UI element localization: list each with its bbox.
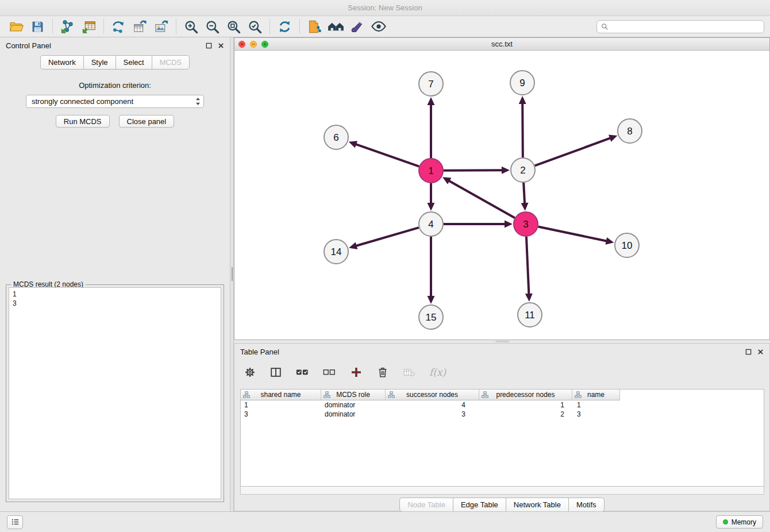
task-history-button[interactable] [7, 515, 23, 529]
table-cell[interactable]: dominator [321, 400, 386, 410]
criterion-dropdown[interactable]: strongly connected component [26, 95, 204, 108]
graph-node-4[interactable]: 4 [419, 212, 443, 236]
column-header-shared-name[interactable]: shared name [241, 390, 321, 400]
tab-motifs[interactable]: Motifs [569, 498, 605, 512]
delete-table-button[interactable] [402, 366, 416, 379]
table-row[interactable]: 1dominator411 [241, 400, 764, 410]
export-image-button[interactable] [151, 17, 172, 36]
node-label: 2 [520, 165, 525, 176]
import-table-button[interactable] [78, 17, 99, 36]
memory-button[interactable]: Memory [716, 515, 763, 529]
deselect-all-button[interactable] [322, 366, 336, 379]
table-cell[interactable]: 1 [241, 400, 321, 410]
add-row-button[interactable] [349, 365, 363, 379]
graph-node-9[interactable]: 9 [510, 71, 534, 95]
graph-node-7[interactable]: 7 [419, 72, 443, 96]
tab-network-table[interactable]: Network Table [506, 498, 569, 512]
zoom-fit-button[interactable] [223, 17, 244, 36]
table-horizontal-scrollbar[interactable] [240, 487, 764, 495]
table-cell[interactable]: 3 [386, 410, 479, 419]
open-session-button[interactable] [6, 17, 27, 36]
table-cell[interactable]: 4 [386, 400, 479, 410]
graph-node-3[interactable]: 3 [514, 212, 538, 236]
tab-mcds[interactable]: MCDS [152, 55, 190, 70]
graph-node-8[interactable]: 8 [618, 119, 642, 143]
close-window-button[interactable] [238, 41, 245, 48]
graph-node-15[interactable]: 15 [419, 305, 443, 329]
table-cell[interactable]: 3 [241, 410, 321, 419]
network-canvas[interactable]: 7968124314101511 [234, 51, 769, 340]
graphics-details-button[interactable] [325, 17, 346, 36]
network-graph[interactable]: 7968124314101511 [234, 51, 769, 340]
graph-edge-1-2[interactable] [444, 170, 503, 171]
select-all-button[interactable] [295, 366, 309, 379]
search-field[interactable] [596, 20, 764, 33]
graph-edge-2-3[interactable] [523, 183, 525, 205]
graph-node-10[interactable]: 10 [615, 233, 639, 257]
table-row[interactable]: 3dominator323 [241, 410, 764, 419]
graph-edge-1-6[interactable] [355, 144, 419, 166]
close-panel-icon-button[interactable] [218, 43, 224, 49]
column-header-predecessor-nodes[interactable]: predecessor nodes [479, 390, 572, 400]
column-layout-button[interactable] [270, 366, 282, 379]
splitter-handle[interactable] [495, 341, 509, 342]
graph-node-1[interactable]: 1 [419, 159, 443, 183]
tab-style[interactable]: Style [84, 55, 116, 70]
graph-node-6[interactable]: 6 [324, 125, 348, 149]
graph-edge-2-8[interactable] [535, 138, 611, 166]
export-table-button[interactable] [129, 17, 151, 36]
floppy-disk-icon [30, 20, 45, 34]
table-settings-button[interactable] [244, 366, 256, 379]
tab-network[interactable]: Network [40, 55, 84, 70]
table-cell[interactable]: dominator [321, 410, 386, 419]
graph-node-2[interactable]: 2 [511, 158, 535, 182]
graph-node-11[interactable]: 11 [518, 303, 542, 327]
new-network-button[interactable] [108, 17, 129, 36]
column-header-mcds-role[interactable]: MCDS role [321, 390, 386, 400]
graph-edge-2-9[interactable] [522, 102, 523, 157]
float-panel-button[interactable] [206, 43, 212, 49]
import-network-button[interactable] [57, 17, 78, 36]
zoom-in-button[interactable] [180, 17, 202, 36]
node-label: 1 [428, 165, 433, 176]
refresh-button[interactable] [274, 17, 295, 36]
delete-row-button[interactable] [376, 366, 389, 379]
table-cell[interactable]: 1 [572, 400, 620, 410]
function-builder-button[interactable]: f(x) [429, 367, 446, 378]
first-neighbors-button[interactable] [304, 17, 325, 36]
style-brush-button[interactable] [346, 17, 368, 36]
graph-edge-3-1[interactable] [448, 180, 515, 218]
show-hide-button[interactable] [368, 17, 389, 36]
node-table[interactable]: shared nameMCDS rolesuccessor nodesprede… [240, 389, 764, 487]
float-panel-button[interactable] [745, 349, 752, 355]
tab-select[interactable]: Select [116, 55, 152, 70]
tab-node-table[interactable]: Node Table [399, 498, 453, 512]
mcds-result-list[interactable]: 13 [9, 287, 221, 499]
close-panel-icon-button[interactable] [757, 349, 764, 355]
empty-boxes-icon [322, 366, 336, 379]
panel-splitter[interactable] [230, 37, 234, 511]
zoom-selected-button[interactable] [244, 17, 265, 36]
mcds-result-box: MCDS result (2 nodes) 13 [6, 284, 224, 502]
save-session-button[interactable] [27, 17, 48, 36]
column-header-name[interactable]: name [572, 390, 620, 400]
graph-edge-4-14[interactable] [355, 228, 419, 246]
zoom-window-button[interactable] [261, 41, 268, 48]
table-cell[interactable]: 1 [479, 400, 572, 410]
close-panel-button[interactable]: Close panel [119, 115, 175, 128]
tab-edge-table[interactable]: Edge Table [453, 498, 506, 512]
splitter-handle[interactable] [232, 267, 233, 281]
window-titlebar: Session: New Session [0, 0, 770, 16]
column-header-successor-nodes[interactable]: successor nodes [386, 390, 479, 400]
search-input[interactable] [611, 22, 760, 30]
minimize-window-button[interactable] [250, 41, 257, 48]
graph-edge-3-10[interactable] [538, 227, 608, 241]
run-mcds-button[interactable]: Run MCDS [56, 115, 110, 128]
graph-edge-3-11[interactable] [526, 237, 529, 295]
zoom-selected-icon [247, 19, 263, 34]
optimization-criterion-label: Optimization criterion: [0, 81, 230, 90]
graph-node-14[interactable]: 14 [324, 240, 348, 264]
table-cell[interactable]: 2 [479, 410, 572, 419]
zoom-out-button[interactable] [202, 17, 223, 36]
table-cell[interactable]: 3 [572, 410, 620, 419]
